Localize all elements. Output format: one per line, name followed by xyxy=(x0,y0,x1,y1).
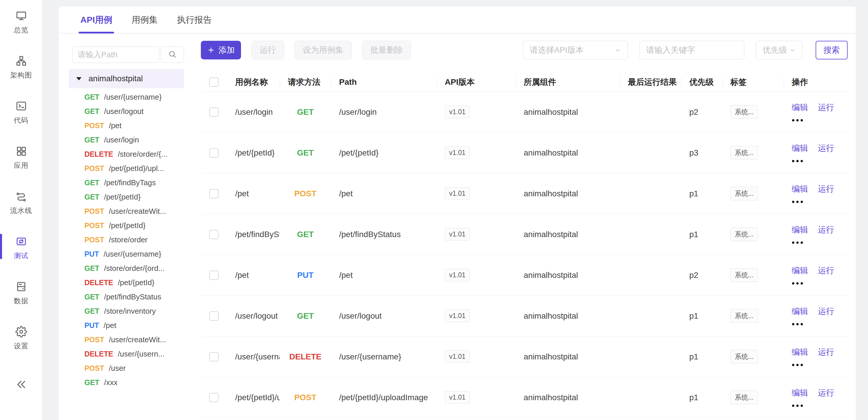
tree-endpoint-item[interactable]: GET /user/logout xyxy=(72,104,184,119)
run-link[interactable]: 运行 xyxy=(818,143,834,154)
tree-root-node[interactable]: animalhostpital xyxy=(69,69,184,88)
sidebar-item[interactable]: 应用 xyxy=(0,145,42,170)
sidebar-item-label: 数据 xyxy=(14,296,29,305)
tag-badge: 系统... xyxy=(730,187,758,200)
tab[interactable]: API用例 xyxy=(80,6,112,33)
tree-endpoint-item[interactable]: GET /pet/findByStatus xyxy=(72,290,184,304)
architecture-icon xyxy=(16,55,27,68)
tree-endpoint-item[interactable]: GET /user/login xyxy=(72,133,184,147)
tree-endpoint-item[interactable]: POST /pet/{petId} xyxy=(72,218,184,233)
tree-endpoint-item[interactable]: DELETE /store/order/{... xyxy=(72,147,184,161)
case-name: /user/login xyxy=(227,108,280,117)
row-checkbox[interactable] xyxy=(209,230,219,239)
set-suite-button[interactable]: 设为用例集 xyxy=(294,41,352,59)
search-button[interactable]: 搜索 xyxy=(816,41,848,59)
collapse-sidebar-button[interactable] xyxy=(15,378,28,392)
run-link[interactable]: 运行 xyxy=(818,306,834,317)
select-all-checkbox[interactable] xyxy=(209,78,219,87)
table-row: /user/logout GET /user/logout v1.01 anim… xyxy=(201,296,848,336)
endpoint-path: /user/login xyxy=(104,136,139,145)
sidebar-item[interactable]: 流水线 xyxy=(0,190,42,215)
edit-link[interactable]: 编辑 xyxy=(792,102,808,113)
tree-endpoint-item[interactable]: DELETE /user/{usern... xyxy=(72,347,184,361)
run-link[interactable]: 运行 xyxy=(818,102,834,113)
tree-endpoint-item[interactable]: GET /store/inventory xyxy=(72,304,184,318)
tab[interactable]: 用例集 xyxy=(131,6,158,33)
tree-endpoint-item[interactable]: POST /store/order xyxy=(72,233,184,247)
col-header-name: 用例名称 xyxy=(227,73,280,91)
case-name: /pet/{petId} xyxy=(227,148,280,157)
endpoint-path: /store/inventory xyxy=(104,307,156,316)
case-table-panel: 添加 运行 设为用例集 批量删除 请选择API版本 优先级 xyxy=(201,41,848,418)
priority-select[interactable]: 优先级 xyxy=(756,41,803,59)
tab[interactable]: 执行报告 xyxy=(177,6,212,33)
path-search-input[interactable] xyxy=(72,47,159,63)
row-checkbox[interactable] xyxy=(209,189,219,198)
endpoint-path: /user/createWit... xyxy=(109,335,166,344)
run-button[interactable]: 运行 xyxy=(251,41,284,59)
more-actions-icon[interactable]: ••• xyxy=(792,322,847,326)
tree-endpoint-item[interactable]: POST /pet xyxy=(72,119,184,133)
more-actions-icon[interactable]: ••• xyxy=(792,241,847,245)
sidebar-item-label: 设置 xyxy=(14,341,29,351)
row-checkbox[interactable] xyxy=(209,311,219,321)
endpoint-path: /pet/{petId} xyxy=(118,278,155,287)
sidebar-item[interactable]: 测试 xyxy=(0,236,42,260)
sidebar-item-label: 架构图 xyxy=(10,70,32,80)
tree-endpoint-item[interactable]: POST /user xyxy=(72,361,184,376)
more-actions-icon[interactable]: ••• xyxy=(792,404,847,408)
tree-endpoint-item[interactable]: POST /user/createWit... xyxy=(72,333,184,347)
http-method-label: POST xyxy=(280,189,331,198)
sidebar-item[interactable]: 数据 xyxy=(0,281,42,305)
priority-value: p1 xyxy=(681,189,722,198)
http-method-label: GET xyxy=(85,193,99,201)
row-actions: 编辑 运行 ••• xyxy=(783,102,847,122)
tree-endpoint-item[interactable]: GET /pet/findByTags xyxy=(72,176,184,190)
edit-link[interactable]: 编辑 xyxy=(792,183,808,194)
add-button[interactable]: 添加 xyxy=(201,41,241,59)
sidebar-item[interactable]: 设置 xyxy=(0,326,42,351)
endpoint-path: /user/{username} xyxy=(104,250,161,259)
more-actions-icon[interactable]: ••• xyxy=(792,281,847,286)
case-name: /pet xyxy=(227,189,280,198)
more-actions-icon[interactable]: ••• xyxy=(792,200,847,204)
edit-link[interactable]: 编辑 xyxy=(792,143,808,154)
more-actions-icon[interactable]: ••• xyxy=(792,363,847,367)
more-actions-icon[interactable]: ••• xyxy=(792,159,847,163)
run-link[interactable]: 运行 xyxy=(818,183,834,194)
endpoint-path: /store/order xyxy=(109,235,148,244)
tree-endpoint-item[interactable]: GET /xxx xyxy=(72,376,184,390)
tree-endpoint-item[interactable]: POST /user/createWit... xyxy=(72,204,184,218)
keyword-input[interactable] xyxy=(640,41,744,59)
edit-link[interactable]: 编辑 xyxy=(792,224,808,235)
tree-endpoint-item[interactable]: POST /pet/{petId}/upl... xyxy=(72,161,184,176)
tree-endpoint-item[interactable]: PUT /pet xyxy=(72,318,184,333)
edit-link[interactable]: 编辑 xyxy=(792,387,808,398)
tree-search-button[interactable] xyxy=(161,47,184,63)
more-actions-icon[interactable]: ••• xyxy=(792,118,847,122)
sidebar-item[interactable]: 总览 xyxy=(0,10,42,35)
edit-link[interactable]: 编辑 xyxy=(792,306,808,317)
row-checkbox[interactable] xyxy=(209,393,219,402)
tree-endpoint-item[interactable]: GET /store/order/{ord... xyxy=(72,261,184,275)
tree-endpoint-item[interactable]: PUT /user/{username} xyxy=(72,247,184,261)
edit-link[interactable]: 编辑 xyxy=(792,347,808,358)
run-link[interactable]: 运行 xyxy=(818,347,834,358)
tree-endpoint-item[interactable]: GET /pet/{petId} xyxy=(72,190,184,204)
tree-endpoint-item[interactable]: GET /user/{username} xyxy=(72,90,184,104)
http-method-label: DELETE xyxy=(85,150,113,158)
edit-link[interactable]: 编辑 xyxy=(792,265,808,276)
run-link[interactable]: 运行 xyxy=(818,224,834,235)
batch-delete-button[interactable]: 批量删除 xyxy=(362,41,411,59)
tree-endpoint-item[interactable]: DELETE /pet/{petId} xyxy=(72,275,184,290)
sidebar-item[interactable]: 代码 xyxy=(0,100,42,125)
row-checkbox[interactable] xyxy=(209,108,219,117)
run-link[interactable]: 运行 xyxy=(818,387,834,398)
run-link[interactable]: 运行 xyxy=(818,265,834,276)
api-version-select[interactable]: 请选择API版本 xyxy=(523,41,628,59)
sidebar-item[interactable]: 架构图 xyxy=(0,55,42,80)
row-checkbox[interactable] xyxy=(209,148,219,157)
api-version-badge: v1.01 xyxy=(445,187,470,200)
row-checkbox[interactable] xyxy=(209,352,219,361)
row-checkbox[interactable] xyxy=(209,271,219,280)
